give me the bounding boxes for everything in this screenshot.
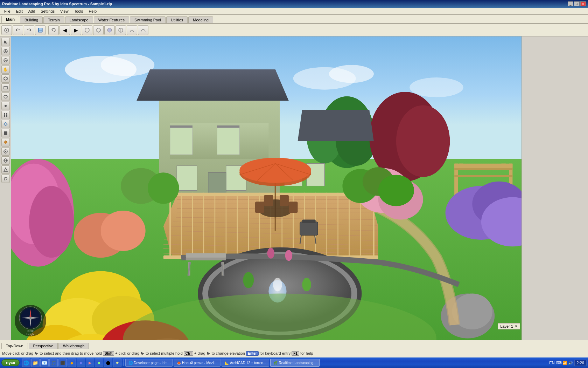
svg-marker-26 — [4, 122, 7, 126]
left-tool-triangle[interactable] — [1, 165, 10, 174]
status-action: Move — [2, 351, 12, 355]
tool-refresh[interactable] — [48, 25, 59, 35]
svg-rect-22 — [4, 113, 5, 115]
start-button[interactable]: пуск — [1, 359, 20, 366]
status-hold: hold — [94, 351, 102, 355]
left-tool-point[interactable] — [1, 102, 10, 110]
taskbar-app-mozilla[interactable]: 🦊 Новый релиз - Mozil... — [174, 359, 220, 367]
maximize-button[interactable]: □ — [574, 1, 580, 6]
tool-undo[interactable] — [13, 25, 23, 35]
taskbar-icon-email[interactable]: 📧 — [40, 359, 49, 367]
tool-circle3[interactable] — [115, 25, 126, 35]
svg-rect-60 — [217, 125, 239, 128]
tab-utilities[interactable]: Utilities — [166, 16, 188, 23]
left-tool-shape[interactable] — [1, 74, 10, 83]
left-tool-orange-diamond[interactable] — [1, 138, 10, 146]
menu-view[interactable]: View — [57, 8, 71, 14]
layer-indicator[interactable]: Layer 1 ▼ — [498, 323, 520, 329]
tab-landscape[interactable]: Landscape — [65, 16, 93, 23]
svg-rect-132 — [186, 253, 226, 258]
taskbar-icon-network: 📶 — [562, 361, 567, 365]
left-tool-globe[interactable] — [1, 156, 10, 165]
status-change-elev: to change elevation — [212, 351, 245, 355]
svg-point-33 — [3, 151, 4, 152]
tool-prev[interactable]: ◀ — [59, 25, 70, 35]
status-plus-drag: + drag — [194, 351, 205, 355]
taskbar-icon-app5[interactable]: ■ — [95, 359, 103, 367]
viewport[interactable]: Orbit Height Layer 1 ▼ — [11, 36, 522, 340]
left-tool-rotate[interactable] — [1, 175, 10, 183]
tool-redo[interactable] — [24, 25, 34, 35]
left-tool-add[interactable] — [1, 47, 10, 55]
tab-main[interactable]: Main — [1, 16, 19, 23]
svg-marker-18 — [4, 77, 7, 80]
view-tab-topdown[interactable]: Top-Down — [1, 343, 28, 349]
left-tool-square[interactable] — [1, 129, 10, 137]
titlebar: Realtime Landscaping Pro 5 by Idea Spect… — [0, 0, 588, 8]
taskbar-icon-app6[interactable]: ⬤ — [104, 359, 112, 367]
tool-curve[interactable] — [138, 25, 148, 35]
left-tool-select[interactable] — [1, 38, 10, 46]
view-tab-perspective[interactable]: Perspective — [29, 343, 58, 349]
svg-point-160 — [378, 175, 414, 206]
svg-rect-65 — [208, 172, 226, 195]
menu-file[interactable]: File — [1, 8, 13, 14]
left-tool-grid[interactable] — [1, 111, 10, 119]
taskbar-icon-ie[interactable]: 🌐 — [22, 359, 30, 367]
tool-arc[interactable] — [127, 25, 137, 35]
svg-point-172 — [29, 317, 31, 319]
left-tool-node[interactable] — [1, 147, 10, 156]
svg-point-163 — [302, 278, 311, 291]
left-tool-hand[interactable]: ✋ — [1, 65, 10, 74]
taskbar-icon-media[interactable]: 🎵 — [49, 359, 58, 367]
svg-rect-61 — [177, 166, 197, 190]
tab-modeling[interactable]: Modeling — [188, 16, 213, 23]
taskbar-app-archicad[interactable]: 📐 ArchiCAD 12 :: torren... — [222, 359, 269, 367]
taskbar-app-realtime[interactable]: 🌿 Realtime Landscaping... — [270, 359, 319, 367]
taskbar-app-developer[interactable]: 🌐 Developer page - Ide... — [125, 359, 173, 367]
left-tool-ellipse[interactable] — [1, 93, 10, 101]
svg-rect-57 — [170, 128, 192, 155]
tool-next[interactable]: ▶ — [71, 25, 81, 35]
cursor-icon — [34, 351, 38, 355]
tab-building[interactable]: Building — [20, 16, 43, 23]
menu-add[interactable]: Add — [26, 8, 38, 14]
taskbar-icon-app7[interactable]: ★ — [113, 359, 121, 367]
svg-point-122 — [273, 278, 282, 291]
svg-rect-130 — [454, 168, 512, 170]
svg-point-42 — [101, 54, 154, 76]
status-key-enter: Enter — [246, 351, 259, 356]
taskbar-quick-launch: 🌐 📁 📧 🎵 ⬛ ◆ ● ▶ ■ ⬤ ★ — [22, 359, 121, 367]
left-tool-diamond[interactable] — [1, 120, 10, 128]
menu-settings[interactable]: Settings — [38, 8, 57, 14]
svg-marker-53 — [136, 69, 289, 101]
svg-point-162 — [243, 272, 254, 288]
window-controls: _ □ ✕ — [568, 1, 586, 6]
menu-tools[interactable]: Tools — [71, 8, 86, 14]
taskbar-icon-folder[interactable]: 📁 — [31, 359, 40, 367]
taskbar-icon-app4[interactable]: ▶ — [86, 359, 94, 367]
taskbar-icon-app3[interactable]: ● — [77, 359, 85, 367]
minimize-button[interactable]: _ — [568, 1, 573, 6]
layer-dropdown-icon[interactable]: ▼ — [514, 325, 518, 328]
svg-rect-129 — [501, 164, 506, 166]
view-tab-walkthrough[interactable]: Walkthrough — [58, 343, 89, 349]
tool-circle1[interactable] — [82, 25, 92, 35]
tool-save[interactable] — [35, 25, 46, 35]
left-tool-remove[interactable] — [1, 56, 10, 64]
menu-edit[interactable]: Edit — [13, 8, 26, 14]
tool-polygon[interactable] — [93, 25, 104, 35]
tab-water-features[interactable]: Water Features — [94, 16, 129, 23]
close-button[interactable]: ✕ — [580, 1, 586, 6]
svg-rect-5 — [39, 28, 42, 30]
tab-terrain[interactable]: Terrain — [43, 16, 64, 23]
taskbar-icon-app2[interactable]: ◆ — [68, 359, 76, 367]
svg-point-31 — [5, 149, 6, 150]
taskbar-icon-app1[interactable]: ⬛ — [58, 359, 67, 367]
tool-select[interactable] — [1, 25, 12, 35]
svg-marker-39 — [4, 179, 5, 180]
menu-help[interactable]: Help — [86, 8, 99, 14]
left-tool-rect[interactable] — [1, 83, 10, 92]
tool-circle2[interactable] — [104, 25, 115, 35]
tab-swimming-pool[interactable]: Swimming Pool — [130, 16, 166, 23]
